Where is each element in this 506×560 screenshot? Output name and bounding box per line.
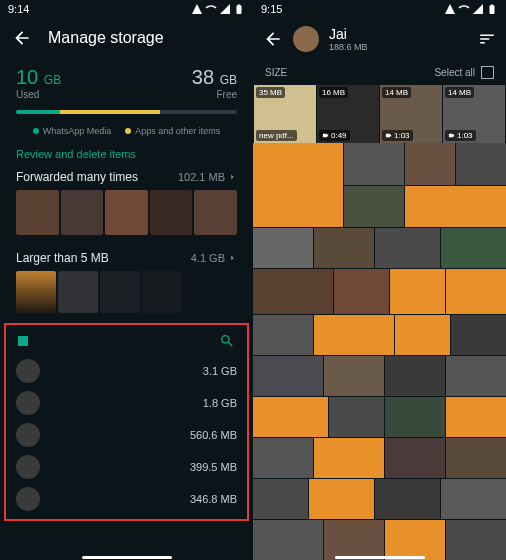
forwarded-thumbs[interactable] [0,188,253,245]
used-value: 10 GB [16,66,61,89]
avatar[interactable] [293,26,319,52]
status-bar: 9:14 [0,0,253,18]
media-item[interactable]: 14 MB 1:03 [380,85,442,143]
size-header: SIZE Select all [253,60,506,85]
review-header: Review and delete items [0,144,253,164]
nav-handle[interactable] [82,556,172,559]
checkbox-icon[interactable] [481,66,494,79]
status-icons [191,3,245,15]
storage-bar [16,110,237,114]
page-title: Manage storage [48,29,164,47]
apps-dot-icon [125,128,131,134]
clock: 9:14 [8,3,29,15]
chevron-right-icon [227,253,237,263]
clock: 9:15 [261,3,282,15]
square-icon [18,336,28,346]
contact-size: 188.6 MB [329,42,368,52]
storage-summary: 10 GB Used 38 GB Free [0,58,253,104]
larger5-thumbs[interactable] [0,269,253,323]
media-item[interactable]: 16 MB 0:49 [317,85,379,143]
free-value: 38 GB [192,66,237,89]
whatsapp-dot-icon [33,128,39,134]
app-bar: Manage storage [0,18,253,58]
video-icon [385,132,392,139]
video-icon [448,132,455,139]
used-label: Used [16,89,61,100]
legend: WhatsApp Media Apps and other items [0,120,253,144]
contact-name: Jai [329,26,368,42]
chat-row[interactable]: 399.5 MB [16,451,237,483]
gallery-screen: 9:15 Jai 188.6 MB SIZE Select all 35 MB … [253,0,506,560]
sort-icon[interactable] [478,30,496,48]
status-icons [444,3,498,15]
media-item[interactable]: 14 MB 1:03 [443,85,505,143]
larger5-size: 4.1 GB [191,252,237,264]
chat-row[interactable]: 3.1 GB [16,355,237,387]
forwarded-title: Forwarded many times [16,170,138,184]
size-label: SIZE [265,67,287,78]
back-icon[interactable] [263,29,283,49]
forwarded-category[interactable]: Forwarded many times 102.1 MB [0,164,253,188]
app-bar: Jai 188.6 MB [253,18,506,60]
top-media-row: 35 MB new pdf... 16 MB 0:49 14 MB 1:03 1… [253,85,506,143]
search-icon[interactable] [219,333,235,349]
forwarded-size: 102.1 MB [178,171,237,183]
media-item[interactable]: 35 MB new pdf... [254,85,316,143]
chat-row[interactable]: 346.8 MB [16,483,237,515]
nav-handle[interactable] [335,556,425,559]
chat-row[interactable]: 560.6 MB [16,419,237,451]
select-all[interactable]: Select all [434,66,494,79]
manage-storage-screen: 9:14 Manage storage 10 GB Used 38 GB Fre… [0,0,253,560]
free-label: Free [216,89,237,100]
chat-row[interactable]: 1.8 GB [16,387,237,419]
larger5-category[interactable]: Larger than 5 MB 4.1 GB [0,245,253,269]
media-grid[interactable] [253,143,506,560]
chats-highlight: 3.1 GB 1.8 GB 560.6 MB 399.5 MB 346.8 MB [4,323,249,521]
video-icon [322,132,329,139]
status-bar: 9:15 [253,0,506,18]
larger5-title: Larger than 5 MB [16,251,109,265]
chevron-right-icon [227,172,237,182]
back-icon[interactable] [12,28,32,48]
